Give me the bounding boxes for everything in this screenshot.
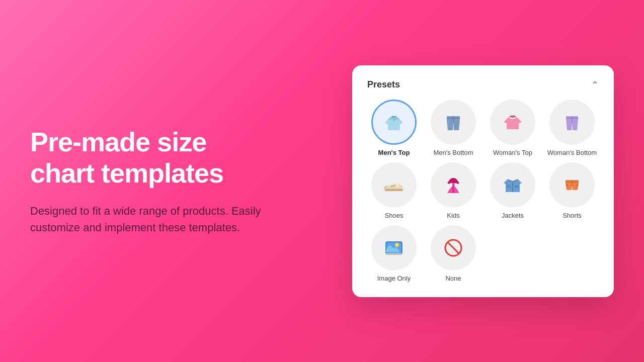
preset-label-shorts: Shorts: [562, 212, 582, 219]
presets-panel: Presets ⌃ Men's Top: [352, 65, 614, 297]
svg-rect-11: [515, 185, 519, 188]
presets-header: Presets ⌃: [367, 79, 599, 90]
preset-circle-image-only: [371, 225, 417, 270]
preset-label-shoes: Shoes: [385, 212, 404, 219]
svg-point-17: [395, 243, 399, 247]
presets-title: Presets: [367, 79, 400, 90]
preset-label-none: None: [445, 275, 461, 282]
left-panel: Pre-made size chart templates Designed t…: [30, 126, 272, 236]
sub-text: Designed to fit a wide range of products…: [30, 203, 272, 236]
preset-circle-mens-top: [371, 100, 417, 145]
preset-label-mens-top: Men's Top: [378, 149, 410, 156]
svg-rect-8: [385, 189, 403, 191]
preset-circle-jackets: [490, 162, 535, 208]
preset-label-kids: Kids: [447, 212, 459, 219]
presets-grid: Men's Top Men's Bottom: [367, 100, 599, 282]
preset-circle-shorts: [549, 162, 595, 208]
preset-shoes[interactable]: Shoes: [367, 162, 421, 219]
preset-circle-kids: [431, 162, 476, 208]
preset-shorts[interactable]: Shorts: [545, 162, 599, 219]
preset-circle-womans-bottom: [549, 100, 595, 145]
preset-circle-mens-bottom: [431, 100, 476, 145]
preset-label-womans-bottom: Woman's Bottom: [547, 149, 597, 156]
main-heading: Pre-made size chart templates: [30, 126, 272, 189]
preset-label-jackets: Jackets: [502, 212, 524, 219]
preset-label-womans-top: Woman's Top: [493, 149, 532, 156]
preset-mens-bottom[interactable]: Men's Bottom: [427, 100, 480, 156]
preset-label-image-only: Image Only: [377, 275, 411, 282]
svg-line-20: [447, 242, 459, 254]
svg-rect-18: [386, 253, 402, 255]
preset-label-mens-bottom: Men's Bottom: [433, 149, 473, 156]
preset-kids[interactable]: Kids: [427, 162, 480, 219]
preset-circle-womans-top: [490, 100, 535, 145]
preset-none[interactable]: None: [427, 225, 480, 282]
preset-mens-top[interactable]: Men's Top: [367, 100, 421, 156]
preset-image-only[interactable]: Image Only: [367, 225, 421, 282]
preset-circle-shoes: [371, 162, 417, 208]
svg-point-1: [393, 120, 394, 121]
preset-womans-bottom[interactable]: Woman's Bottom: [545, 100, 599, 156]
preset-jackets[interactable]: Jackets: [486, 162, 539, 219]
svg-rect-10: [507, 185, 511, 188]
preset-womans-top[interactable]: Woman's Top: [486, 100, 539, 156]
preset-circle-none: [431, 225, 476, 270]
chevron-up-icon[interactable]: ⌃: [591, 79, 599, 90]
